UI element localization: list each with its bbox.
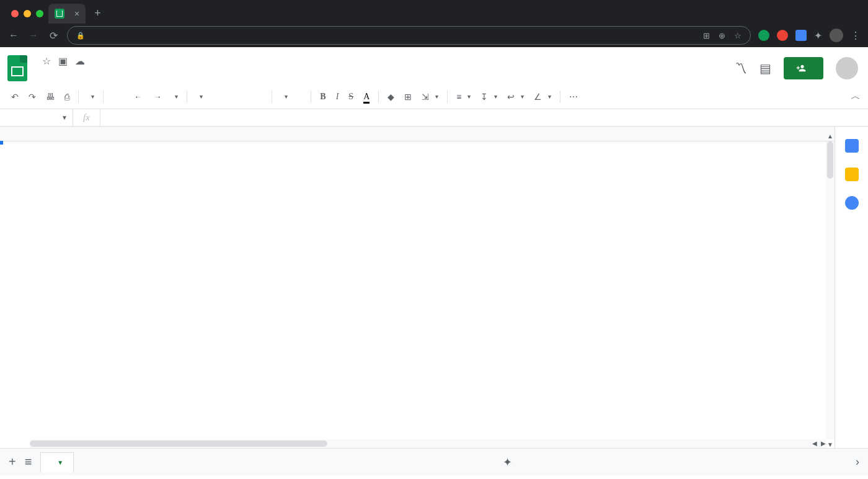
- lock-icon: 🔒: [76, 32, 85, 40]
- forward-button[interactable]: →: [27, 30, 40, 41]
- star-icon[interactable]: ☆: [42, 55, 51, 67]
- print-button[interactable]: 🖶: [42, 89, 58, 104]
- borders-button[interactable]: ⊞: [401, 89, 415, 104]
- merge-button[interactable]: ⇲: [418, 89, 442, 104]
- font-size-dropdown[interactable]: [277, 91, 306, 102]
- chevron-down-icon: ▼: [61, 114, 68, 121]
- collapse-toolbar-button[interactable]: ︿: [851, 90, 861, 103]
- selection-box: [0, 141, 2, 144]
- move-icon[interactable]: ▣: [58, 55, 68, 67]
- close-tab-icon[interactable]: ×: [74, 9, 79, 18]
- cloud-status-icon[interactable]: ☁: [75, 55, 85, 67]
- share-button[interactable]: [784, 57, 823, 79]
- strikethrough-button[interactable]: S: [345, 89, 357, 104]
- chevron-down-icon: ▼: [57, 459, 63, 466]
- increase-decimal-button[interactable]: →: [148, 90, 166, 103]
- address-bar[interactable]: 🔒 ⊞ ⊕ ☆: [67, 26, 751, 45]
- side-panel: [835, 127, 868, 448]
- side-panel-toggle-icon[interactable]: ›: [856, 455, 859, 468]
- wrap-button[interactable]: ↩: [503, 89, 528, 104]
- extension-icon[interactable]: [777, 30, 788, 41]
- scroll-up-icon[interactable]: ▲: [826, 133, 835, 140]
- formula-input[interactable]: [100, 109, 868, 126]
- extension-icon[interactable]: [758, 30, 769, 41]
- italic-button[interactable]: I: [332, 89, 343, 104]
- comments-icon[interactable]: ▤: [760, 61, 771, 76]
- minimize-window-icon[interactable]: [24, 10, 31, 17]
- sheets-favicon-icon: [55, 9, 64, 19]
- new-tab-button[interactable]: +: [86, 7, 110, 24]
- paint-format-button[interactable]: ⎙: [61, 89, 73, 104]
- more-toolbar-button[interactable]: ⋯: [565, 89, 582, 104]
- window-controls: [6, 10, 48, 24]
- horizontal-scrollbar[interactable]: ◀ ▶: [30, 439, 826, 448]
- bookmark-icon[interactable]: ☆: [734, 31, 742, 40]
- scroll-right-icon[interactable]: ▶: [821, 439, 826, 448]
- bold-button[interactable]: B: [316, 89, 329, 104]
- tasks-icon[interactable]: [845, 196, 859, 210]
- add-sheet-button[interactable]: +: [9, 455, 16, 469]
- extensions-area: ✦ ⋮: [758, 29, 861, 42]
- formula-bar-row: ▼ fx: [0, 109, 868, 127]
- scroll-down-icon[interactable]: ▼: [826, 441, 835, 448]
- menu-bar: [35, 69, 730, 72]
- all-sheets-button[interactable]: ≡: [25, 455, 32, 469]
- zoom-icon[interactable]: ⊕: [719, 31, 725, 40]
- sheets-logo-icon[interactable]: [5, 52, 30, 84]
- zoom-dropdown[interactable]: [84, 91, 98, 102]
- account-avatar[interactable]: [836, 57, 858, 79]
- fill-color-button[interactable]: ◆: [384, 89, 398, 104]
- reload-button[interactable]: ⟳: [47, 30, 60, 42]
- close-window-icon[interactable]: [11, 10, 19, 17]
- percent-button[interactable]: [118, 94, 126, 99]
- browser-menu-icon[interactable]: ⋮: [851, 30, 861, 42]
- decrease-decimal-button[interactable]: ←: [128, 90, 146, 103]
- scroll-thumb[interactable]: [30, 441, 327, 447]
- name-box[interactable]: ▼: [0, 109, 73, 126]
- redo-button[interactable]: ↷: [25, 89, 40, 104]
- toolbar: ↶ ↷ 🖶 ⎙ ← → B I S A ◆ ⊞ ⇲ ≡ ↧ ↩ ∠ ⋯ ︿: [0, 84, 868, 109]
- fx-icon: fx: [73, 109, 100, 126]
- sheet-tab[interactable]: ▼: [40, 452, 74, 472]
- vertical-scrollbar[interactable]: ▲ ▼: [826, 141, 835, 439]
- maximize-window-icon[interactable]: [36, 10, 43, 17]
- spreadsheet-grid[interactable]: ▲ ▼ ◀ ▶: [0, 127, 835, 448]
- scroll-thumb[interactable]: [827, 141, 833, 179]
- activity-icon[interactable]: 〽: [735, 61, 747, 76]
- font-dropdown[interactable]: [192, 91, 267, 102]
- rotate-button[interactable]: ∠: [530, 89, 555, 104]
- browser-chrome: × + ← → ⟳ 🔒 ⊞ ⊕ ☆ ✦ ⋮: [0, 0, 868, 47]
- v-align-button[interactable]: ↧: [477, 89, 501, 104]
- extension-icon[interactable]: [795, 30, 807, 41]
- calendar-icon[interactable]: [845, 139, 859, 153]
- install-app-icon[interactable]: ⊞: [703, 31, 710, 40]
- sheets-header: ☆ ▣ ☁ 〽 ▤: [0, 47, 868, 84]
- explore-button[interactable]: ✦: [503, 455, 512, 469]
- scroll-left-icon[interactable]: ◀: [812, 439, 817, 448]
- profile-avatar[interactable]: [830, 29, 843, 42]
- currency-button[interactable]: [108, 94, 116, 99]
- back-button[interactable]: ←: [7, 30, 20, 41]
- undo-button[interactable]: ↶: [7, 89, 22, 104]
- text-color-button[interactable]: A: [360, 89, 373, 104]
- number-format-dropdown[interactable]: [167, 91, 182, 102]
- sheet-tab-bar: + ≡ ▼ ✦ ›: [0, 448, 868, 475]
- browser-tab[interactable]: ×: [48, 4, 86, 24]
- keep-icon[interactable]: [845, 168, 859, 181]
- person-add-icon: [796, 63, 806, 73]
- extensions-puzzle-icon[interactable]: ✦: [814, 30, 822, 42]
- h-align-button[interactable]: ≡: [453, 89, 474, 104]
